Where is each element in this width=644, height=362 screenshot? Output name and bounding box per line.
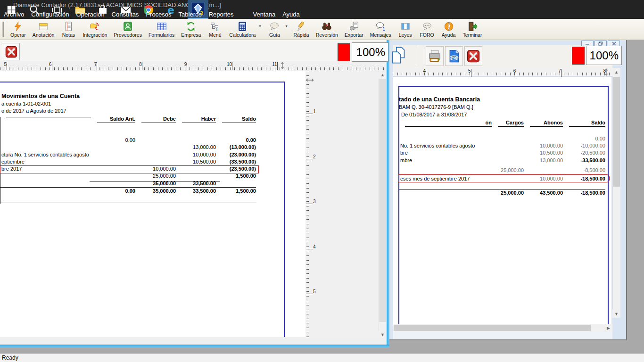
window-border[interactable]: [387, 40, 389, 347]
account-report-period: o de 2017 a Agosto de 2017: [1, 108, 66, 114]
menu-item[interactable]: Ayuda: [282, 11, 300, 19]
cell-description: No. 1 servicios contables agosto: [399, 142, 492, 149]
print-button[interactable]: [426, 46, 444, 66]
cell-description: [0, 144, 91, 151]
v-resize-marker-icon: [280, 62, 285, 71]
column-header: [6, 116, 91, 117]
scroll-right-arrow[interactable]: ▶: [604, 324, 612, 331]
bank-report-hruler: 45678: [393, 68, 612, 76]
toolbar-button[interactable]: FORO: [416, 20, 438, 38]
scroll-up-arrow[interactable]: ▲: [612, 68, 620, 76]
table-row: 25,000.00 -8,500.00: [399, 167, 605, 174]
cell-saldo: -33,500.00: [563, 157, 605, 164]
cell-haber: 10,500.00: [176, 158, 216, 165]
scroll-down-arrow[interactable]: ▼: [612, 310, 620, 318]
menu-item[interactable]: Reportes: [209, 11, 234, 19]
scroll-down-arrow[interactable]: ▼: [379, 330, 387, 338]
toolbar-button[interactable]: Calculadora: [226, 20, 259, 38]
toolbar-button[interactable]: Exportar: [341, 20, 367, 38]
toolbar-button[interactable]: Leyes: [395, 20, 416, 38]
toolbar-button[interactable]: Formularios: [145, 20, 178, 38]
copy-pages-icon[interactable]: [390, 47, 406, 66]
cell-saldo-ant: 0.00: [91, 188, 135, 195]
table-row: 13,000.00 (13,000.00): [0, 144, 256, 151]
svg-text:1: 1: [215, 27, 218, 32]
cell-haber: [176, 173, 216, 180]
scroll-up-arrow[interactable]: ▲: [379, 71, 387, 79]
toolbar-button-label: Rápida: [293, 32, 309, 38]
hscrollbar-thumb[interactable]: [394, 325, 591, 331]
vertical-ruler-panel: 12345: [305, 71, 379, 338]
toolbar-button[interactable]: Terminar: [460, 20, 486, 38]
toolbar-button[interactable]: Rápida: [290, 20, 312, 38]
close-preview-button[interactable]: [3, 43, 20, 60]
zoom-level[interactable]: 100%: [352, 42, 388, 62]
toolbar-button-icon: 1: [370, 20, 391, 32]
menu-item[interactable]: Tableros: [179, 11, 202, 19]
toolbar-button-label: Guía: [267, 32, 282, 38]
toolbar-button[interactable]: 1 Mensajes: [367, 20, 395, 38]
menu-item[interactable]: Procesos: [146, 11, 171, 19]
toolbar-button[interactable]: Anotación: [29, 20, 58, 38]
cell-saldo: 0.00: [563, 135, 605, 142]
column-header: Abonos: [530, 120, 563, 127]
toolbar-button-label: Integración: [83, 32, 107, 38]
bank-report-account: BAM Q. 30-4017276-9 [BAM Q.]: [399, 104, 473, 110]
toolbar-button[interactable]: Operar: [7, 20, 29, 38]
page-border-top: [398, 86, 609, 87]
menu-item[interactable]: Archivo: [4, 11, 24, 19]
scrollbar-thumb[interactable]: [379, 79, 386, 322]
highlighted-row-outline: [0, 165, 259, 173]
toolbar-button[interactable]: Proveedores: [110, 20, 145, 38]
close-preview-button[interactable]: [464, 46, 482, 66]
menu-item[interactable]: Configuración: [31, 11, 69, 19]
page-border-right: [284, 82, 285, 337]
menu-item[interactable]: Operación: [76, 11, 105, 19]
account-report-title: Movimientos de una Cuenta: [1, 93, 80, 99]
zoom-level[interactable]: 100%: [586, 46, 622, 65]
window-border[interactable]: [0, 345, 389, 347]
scrollbar-thumb[interactable]: [613, 77, 620, 187]
toolbar-button-icon: [420, 20, 435, 32]
cell-description: [399, 167, 492, 174]
svg-text:1: 1: [383, 27, 385, 32]
table-row: mbre 13,000.00 -33,500.00: [399, 157, 605, 164]
zoom-color-swatch[interactable]: [338, 43, 350, 61]
export-pdf-button[interactable]: PDF: [445, 46, 463, 66]
toolbar-button-label: Empresa: [181, 32, 201, 38]
toolbar-button[interactable]: Empresa: [178, 20, 204, 38]
toolbar-button-icon: [345, 20, 363, 32]
toolbar-button-label: Exportar: [345, 32, 363, 38]
menu-item[interactable]: Consultas: [112, 11, 139, 19]
page-border-top: [0, 82, 284, 82]
cell-abonos: 10,000.00: [524, 142, 563, 149]
ruler-number: 5: [462, 68, 471, 74]
toolbar-button-icon: [267, 20, 282, 32]
toolbar-button[interactable]: 1 Menú: [204, 20, 226, 38]
cell-saldo: [216, 180, 256, 187]
toolbar-separator: [449, 22, 449, 39]
svg-text:PDF: PDF: [451, 56, 459, 60]
ruler-ticks: [0, 67, 387, 70]
cell-debe: [135, 158, 176, 165]
screen: PDF 100% 45678 tado de una Cuenta Bancar…: [0, 0, 644, 362]
menu-item[interactable]: Ventana: [253, 11, 275, 19]
bank-report-title: tado de una Cuenta Bancaria: [399, 96, 480, 103]
toolbar-button[interactable]: Notas: [58, 20, 79, 38]
cell-cargos: [492, 142, 524, 149]
column-header: Saldo: [222, 116, 256, 123]
toolbar-button[interactable]: Guía: [264, 20, 285, 38]
toolbar-button-icon: 1: [207, 20, 223, 32]
status-bar: Ready: [0, 354, 644, 362]
account-report-toolbar: [0, 40, 387, 61]
cell-description: [0, 137, 91, 144]
zoom-color-swatch[interactable]: [572, 47, 585, 65]
account-horizontal-scrollbar[interactable]: [0, 338, 387, 345]
toolbar-grip[interactable]: [2, 22, 4, 37]
cell-haber: 10,000.00: [176, 151, 216, 158]
column-header: Debe: [141, 116, 176, 123]
toolbar-button-icon: [229, 20, 256, 32]
toolbar-button-icon: [61, 20, 76, 32]
toolbar-button[interactable]: Reversión: [313, 20, 341, 38]
toolbar-button[interactable]: Integración: [79, 20, 110, 38]
